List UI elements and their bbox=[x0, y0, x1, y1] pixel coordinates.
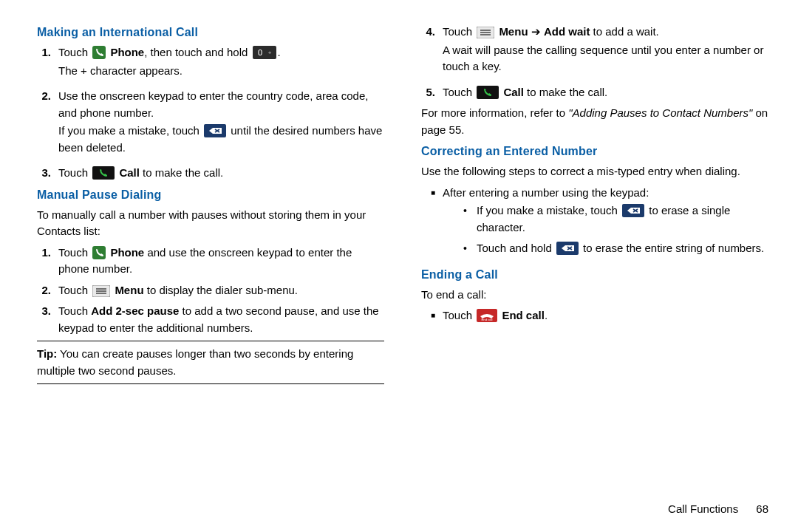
list-item: 4. Touch Menu ➔ Add wait to add a wait. … bbox=[421, 24, 768, 80]
left-column: Making an International Call 1. Touch Ph… bbox=[37, 22, 384, 488]
list-item: 2. Use the onscreen keypad to enter the … bbox=[37, 88, 384, 160]
svg-text:0: 0 bbox=[257, 48, 262, 57]
svg-rect-0 bbox=[92, 46, 106, 59]
list-item: After entering a number using the keypad… bbox=[421, 185, 768, 262]
list-item: 1. Touch Phone and use the onscreen keyp… bbox=[37, 245, 384, 278]
zero-plus-key-icon: 0+ bbox=[253, 46, 276, 59]
page-number: 68 bbox=[756, 502, 768, 515]
svg-rect-19 bbox=[477, 86, 499, 99]
list-item: Touch and hold to erase the entire strin… bbox=[463, 240, 768, 257]
phone-app-icon bbox=[92, 246, 106, 259]
end-call-icon: End call bbox=[477, 309, 497, 322]
intl-steps: 1. Touch Phone, then touch and hold 0+ .… bbox=[37, 44, 384, 182]
correct-square-list: After entering a number using the keypad… bbox=[421, 185, 768, 262]
list-item: Touch End call End call. bbox=[421, 307, 768, 324]
svg-rect-1 bbox=[253, 46, 276, 59]
tip-box: Tip: You can create pauses longer than t… bbox=[37, 341, 384, 384]
svg-rect-10 bbox=[92, 246, 106, 259]
page-footer: Call Functions 68 bbox=[37, 488, 768, 518]
phone-app-icon bbox=[92, 46, 106, 59]
right-column: 4. Touch Menu ➔ Add wait to add a wait. … bbox=[421, 22, 768, 488]
menu-icon bbox=[477, 27, 494, 38]
list-item: 5. Touch Call to make the call. bbox=[421, 84, 768, 101]
correct-bullets: If you make a mistake, touch to erase a … bbox=[443, 202, 768, 257]
heading-manual-pause: Manual Pause Dialing bbox=[37, 186, 384, 204]
svg-rect-9 bbox=[92, 166, 115, 180]
heading-ending: Ending a Call bbox=[421, 266, 768, 284]
manual-steps: 1. Touch Phone and use the onscreen keyp… bbox=[37, 245, 384, 337]
manual-intro: To manually call a number with pauses wi… bbox=[37, 207, 384, 240]
heading-correcting: Correcting an Entered Number bbox=[421, 143, 768, 160]
svg-text:+: + bbox=[267, 50, 271, 56]
menu-icon bbox=[92, 285, 110, 297]
footer-section: Call Functions bbox=[668, 502, 738, 515]
backspace-icon bbox=[622, 204, 644, 217]
call-button-icon bbox=[92, 166, 115, 180]
call-button-icon bbox=[477, 86, 499, 99]
list-item: 3. Touch Add 2-sec pause to add a two se… bbox=[37, 303, 384, 336]
list-item: 2. Touch Menu to display the dialer sub-… bbox=[37, 282, 384, 299]
backspace-icon bbox=[204, 124, 226, 137]
list-item: If you make a mistake, touch to erase a … bbox=[463, 202, 768, 236]
correct-intro: Use the following steps to correct a mis… bbox=[421, 163, 768, 180]
svg-text:End call: End call bbox=[482, 318, 493, 321]
list-item: 3. Touch Call to make the call. bbox=[37, 165, 384, 182]
more-info: For more information, refer to "Adding P… bbox=[421, 105, 768, 138]
heading-international-call: Making an International Call bbox=[37, 24, 384, 41]
backspace-icon bbox=[556, 242, 579, 255]
list-item: 1. Touch Phone, then touch and hold 0+ .… bbox=[37, 44, 384, 83]
ending-intro: To end a call: bbox=[421, 287, 768, 304]
manual-steps-cont: 4. Touch Menu ➔ Add wait to add a wait. … bbox=[421, 24, 768, 100]
ending-list: Touch End call End call. bbox=[421, 307, 768, 324]
